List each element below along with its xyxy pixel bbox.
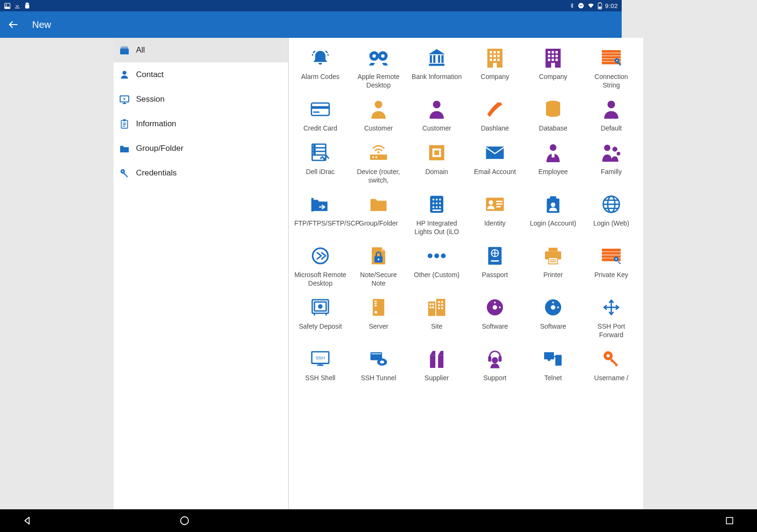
hp-ilo-icon bbox=[426, 194, 447, 215]
tile-bank-info[interactable]: Bank Information bbox=[408, 44, 466, 89]
svg-point-76 bbox=[375, 157, 377, 158]
svg-point-114 bbox=[441, 253, 446, 258]
tile-ssh-tunnel[interactable]: SSH Tunnel bbox=[350, 346, 408, 383]
software-1-icon bbox=[484, 297, 505, 318]
company-1-icon bbox=[484, 47, 505, 68]
svg-rect-39 bbox=[497, 59, 500, 61]
tile-private-key[interactable]: Private Key bbox=[582, 243, 622, 288]
svg-rect-34 bbox=[490, 55, 492, 57]
tile-label: Alarm Codes bbox=[301, 73, 340, 81]
sidebar-item-all[interactable]: All bbox=[114, 38, 288, 62]
tile-site[interactable]: Site bbox=[408, 294, 466, 339]
sidebar-item-session[interactable]: Session bbox=[114, 87, 288, 112]
tile-label: Login (Web) bbox=[593, 219, 622, 228]
tile-company-1[interactable]: Company bbox=[466, 44, 524, 89]
sidebar-item-groupfolder[interactable]: Group/Folder bbox=[114, 136, 288, 161]
svg-point-23 bbox=[381, 54, 385, 58]
tile-employee[interactable]: Employee bbox=[524, 140, 582, 184]
sidebar-item-label: Information bbox=[136, 119, 176, 129]
svg-rect-8 bbox=[120, 49, 128, 54]
svg-point-72 bbox=[314, 153, 315, 154]
back-button[interactable] bbox=[8, 19, 19, 30]
svg-rect-44 bbox=[555, 51, 558, 53]
android-icon bbox=[24, 2, 31, 9]
tile-connection-string[interactable]: Connection String bbox=[582, 44, 622, 89]
tile-company-2[interactable]: Company bbox=[524, 44, 582, 89]
tile-label: Safety Deposit bbox=[299, 323, 342, 331]
svg-point-85 bbox=[616, 152, 620, 156]
svg-point-99 bbox=[489, 201, 493, 205]
svg-rect-146 bbox=[430, 306, 431, 308]
tile-software-2[interactable]: Software bbox=[524, 294, 582, 339]
tile-credit-card[interactable]: Credit Card bbox=[291, 96, 350, 133]
tile-domain[interactable]: Domain bbox=[408, 140, 466, 184]
login-account-icon bbox=[543, 194, 563, 215]
svg-rect-14 bbox=[123, 119, 125, 121]
tile-familly[interactable]: Familly bbox=[582, 140, 622, 184]
svg-rect-122 bbox=[549, 258, 558, 264]
tile-secure-note[interactable]: Note/Secure Note bbox=[350, 243, 408, 288]
tile-printer[interactable]: Printer bbox=[524, 243, 582, 288]
tile-database[interactable]: Database bbox=[524, 96, 582, 133]
tile-label: SSH Shell bbox=[305, 374, 335, 383]
tile-apple-rd[interactable]: Apple Remote Desktop bbox=[350, 44, 408, 89]
tile-email-account[interactable]: Email Account bbox=[466, 140, 524, 184]
tile-ftp[interactable]: FTP/FTPS/SFTP/SCP bbox=[291, 191, 350, 236]
tile-safety-deposit[interactable]: Safety Deposit bbox=[291, 294, 350, 339]
tile-other-custom[interactable]: Other (Custom) bbox=[408, 243, 466, 288]
svg-point-11 bbox=[122, 71, 126, 75]
customer-1-icon bbox=[368, 99, 389, 120]
tile-ssh-port-fwd[interactable]: SSH Port Forward bbox=[582, 294, 622, 339]
tile-identity[interactable]: Identity bbox=[466, 191, 524, 236]
dell-idrac-icon bbox=[310, 142, 331, 163]
tile-group-folder[interactable]: Group/Folder bbox=[350, 191, 408, 236]
svg-rect-102 bbox=[496, 206, 501, 208]
tile-software-1[interactable]: Software bbox=[466, 294, 524, 339]
svg-point-84 bbox=[612, 147, 617, 151]
tile-login-web[interactable]: Login (Web) bbox=[582, 191, 622, 236]
svg-rect-9 bbox=[120, 48, 128, 49]
category-sidebar: AllContactSessionInformationGroup/Folder… bbox=[114, 38, 289, 437]
svg-rect-101 bbox=[496, 203, 502, 205]
tile-label: Group/Folder bbox=[359, 219, 398, 228]
tile-label: SSH Port Forward bbox=[585, 323, 622, 339]
sidebar-item-contact[interactable]: Contact bbox=[114, 62, 288, 87]
svg-rect-31 bbox=[490, 51, 492, 53]
tile-passport[interactable]: Passport bbox=[466, 243, 524, 288]
svg-rect-100 bbox=[496, 201, 502, 202]
tile-telnet[interactable]: Telnet bbox=[524, 346, 582, 383]
svg-point-176 bbox=[492, 357, 498, 363]
tile-dell-idrac[interactable]: Dell iDrac bbox=[291, 140, 350, 184]
tile-label: Telnet bbox=[544, 374, 562, 383]
svg-point-160 bbox=[552, 302, 554, 304]
tile-customer-1[interactable]: Customer bbox=[350, 96, 408, 133]
tile-dashlane[interactable]: Dashlane bbox=[466, 96, 524, 133]
tile-label: SSH Tunnel bbox=[361, 374, 396, 383]
tile-hp-ilo[interactable]: HP Integrated Lights Out (iLO bbox=[408, 191, 466, 236]
svg-point-141 bbox=[375, 311, 378, 314]
tile-label: Software bbox=[540, 323, 566, 331]
svg-point-22 bbox=[372, 54, 376, 58]
tile-login-account[interactable]: Login (Account) bbox=[524, 191, 582, 236]
tile-ms-rd[interactable]: Microsoft Remote Desktop bbox=[291, 243, 350, 288]
svg-point-95 bbox=[436, 206, 438, 208]
battery-icon bbox=[598, 2, 602, 9]
svg-point-113 bbox=[434, 253, 439, 258]
tile-alarm-codes[interactable]: Alarm Codes bbox=[291, 44, 350, 89]
tile-ssh-shell[interactable]: SSHSSH Shell bbox=[291, 346, 350, 383]
sidebar-item-credentials[interactable]: Credentials bbox=[114, 161, 288, 185]
tile-support[interactable]: Support bbox=[466, 346, 524, 383]
tile-device[interactable]: Device (router, switch, bbox=[350, 140, 408, 184]
tile-server[interactable]: Server bbox=[350, 294, 408, 339]
tile-customer-2[interactable]: Customer bbox=[408, 96, 466, 133]
tile-supplier[interactable]: Supplier bbox=[408, 346, 466, 383]
svg-point-71 bbox=[314, 149, 315, 150]
tile-label: HP Integrated Lights Out (iLO bbox=[411, 219, 463, 236]
svg-rect-7 bbox=[599, 7, 601, 9]
tile-default[interactable]: Default bbox=[582, 96, 622, 133]
login-web-icon bbox=[601, 194, 622, 215]
sidebar-item-information[interactable]: Information bbox=[114, 112, 288, 136]
svg-point-83 bbox=[604, 145, 610, 151]
tile-username[interactable]: Username / bbox=[582, 346, 622, 383]
svg-point-93 bbox=[439, 202, 441, 204]
